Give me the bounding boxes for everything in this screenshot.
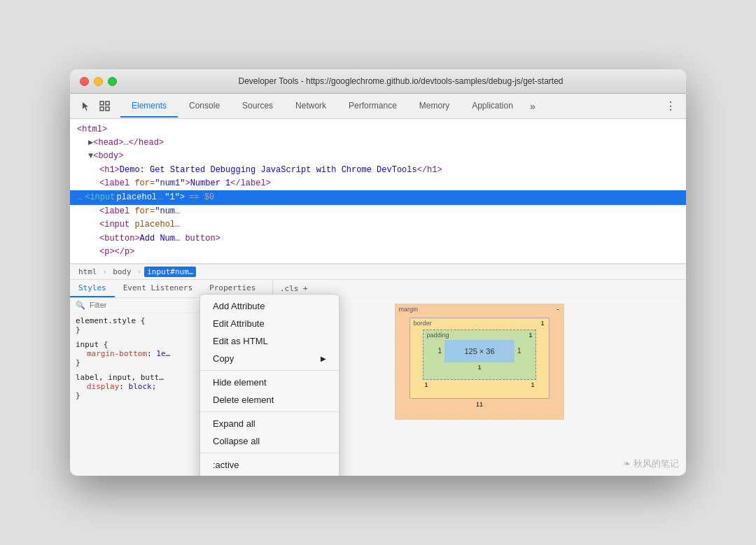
border-val-top: 1 [541, 320, 545, 327]
menu-collapse-all[interactable]: Collapse all [200, 432, 339, 450]
copy-arrow-icon: ▶ [321, 355, 326, 362]
dom-line: <input placehol… [77, 218, 679, 232]
style-property: margin-bottom [87, 349, 147, 358]
style-property: display [87, 382, 119, 391]
bottom-panels: Styles Event Listeners Properties 🔍 .cls… [70, 280, 686, 476]
tab-styles[interactable]: Styles [70, 280, 115, 297]
tab-application[interactable]: Application [461, 95, 524, 118]
minimize-button[interactable] [94, 77, 103, 86]
dom-line: <label for="num… [77, 205, 679, 218]
box-margin: margin - border 1 padding 1 [395, 304, 564, 420]
menu-add-attribute-label: Add Attribute [213, 301, 265, 311]
padding-label: padding [426, 332, 449, 339]
svg-rect-2 [100, 107, 104, 111]
menu-hover[interactable]: :hover [200, 474, 339, 476]
maximize-button[interactable] [108, 77, 117, 86]
menu-delete-element-label: Delete element [213, 395, 274, 405]
margin-label: margin [398, 306, 418, 313]
dom-panel: <html> ▶<head>…</head> ▼<body> <h1>Demo:… [70, 119, 686, 264]
menu-hide-element[interactable]: Hide element [200, 374, 339, 391]
tab-list: Elements Console Sources Network Perform… [120, 95, 541, 118]
breadcrumb-body[interactable]: body [110, 267, 134, 277]
svg-rect-0 [100, 101, 104, 105]
margin-dash: - [557, 306, 559, 313]
box-content-size: 125 × 36 [444, 340, 514, 362]
tab-network[interactable]: Network [284, 95, 337, 118]
more-tabs-button[interactable]: » [524, 95, 541, 118]
context-menu: Add Attribute Edit Attribute Edit as HTM… [200, 294, 340, 476]
dom-line: <h1>Demo: Get Started Debugging JavaScri… [77, 164, 679, 177]
traffic-lights [80, 77, 117, 86]
title-bar: Developer Tools - https://googlechrome.g… [70, 69, 686, 94]
style-value: block; [129, 382, 157, 391]
left-val: 1 [435, 347, 444, 355]
menu-edit-attribute[interactable]: Edit Attribute [200, 315, 339, 332]
menu-edit-html-label: Edit as HTML [213, 336, 268, 346]
devtools-menu-icon[interactable]: ⋮ [661, 94, 680, 118]
menu-separator-1 [200, 370, 339, 371]
border-left: 1 [423, 381, 429, 388]
border-label: border [413, 320, 431, 327]
dom-line: ▶<head>…</head> [77, 136, 679, 150]
cursor-icon[interactable] [78, 99, 94, 114]
tab-console[interactable]: Console [178, 95, 231, 118]
dom-line: <button>Add Num… button> [77, 232, 679, 246]
dom-line: <label for="num1">Number 1</label> [77, 177, 679, 190]
style-value: 1e… [156, 349, 170, 358]
toolbar: Elements Console Sources Network Perform… [70, 94, 686, 119]
svg-rect-3 [106, 107, 109, 111]
tab-sources[interactable]: Sources [231, 95, 284, 118]
menu-copy-label: Copy [213, 353, 234, 364]
breadcrumb-input[interactable]: input#num… [144, 267, 196, 277]
menu-copy[interactable]: Copy ▶ [200, 350, 339, 367]
menu-hide-element-label: Hide element [213, 377, 267, 388]
menu-separator-2 [200, 411, 339, 412]
breadcrumb-bar: html › body › input#num… [70, 264, 686, 280]
tab-performance[interactable]: Performance [337, 95, 408, 118]
menu-expand-all[interactable]: Expand all [200, 415, 339, 432]
svg-rect-1 [106, 101, 109, 105]
menu-edit-html[interactable]: Edit as HTML [200, 332, 339, 350]
dom-line: <p></p> [77, 246, 679, 259]
menu-separator-3 [200, 453, 339, 453]
padding-val-top: 1 [529, 332, 533, 339]
window-title: Developer Tools - https://googlechrome.g… [125, 76, 676, 86]
devtools-window: Developer Tools - https://googlechrome.g… [70, 69, 686, 476]
toolbar-icons [76, 94, 115, 118]
inspect-icon[interactable] [97, 99, 112, 114]
menu-add-attribute[interactable]: Add Attribute [200, 297, 339, 315]
menu-collapse-all-label: Collapse all [213, 436, 260, 446]
breadcrumb-html[interactable]: html [76, 267, 100, 277]
menu-expand-all-label: Expand all [213, 418, 255, 429]
right-val: 1 [514, 347, 524, 355]
watermark: ❧ 秋风的笔记 [623, 458, 679, 470]
margin-bottom-val: 11 [410, 401, 549, 408]
filter-input[interactable] [90, 301, 186, 309]
computed-label: .cls + [280, 284, 308, 293]
tab-event-listeners[interactable]: Event Listeners [115, 280, 201, 297]
tab-elements[interactable]: Elements [120, 95, 178, 118]
dom-line: <html> [77, 123, 679, 136]
box-model: margin - border 1 padding 1 [395, 304, 564, 420]
dom-line: ▼<body> [77, 150, 679, 163]
padding-bottom: 1 [435, 364, 524, 371]
dom-line-selected[interactable]: … <input placehol … "1"> == $0 [70, 190, 686, 205]
menu-active[interactable]: :active [200, 456, 339, 474]
menu-delete-element[interactable]: Delete element [200, 391, 339, 409]
box-padding: padding 1 1 125 × 36 1 1 [423, 330, 536, 380]
menu-edit-attribute-label: Edit Attribute [213, 318, 265, 329]
border-right: 1 [530, 381, 536, 388]
close-button[interactable] [80, 77, 89, 86]
box-border: border 1 padding 1 1 [410, 318, 549, 399]
content-row: 1 125 × 36 1 [435, 340, 524, 362]
border-side-row: 1 1 [423, 381, 536, 388]
menu-active-label: :active [213, 460, 239, 470]
tab-memory[interactable]: Memory [408, 95, 461, 118]
